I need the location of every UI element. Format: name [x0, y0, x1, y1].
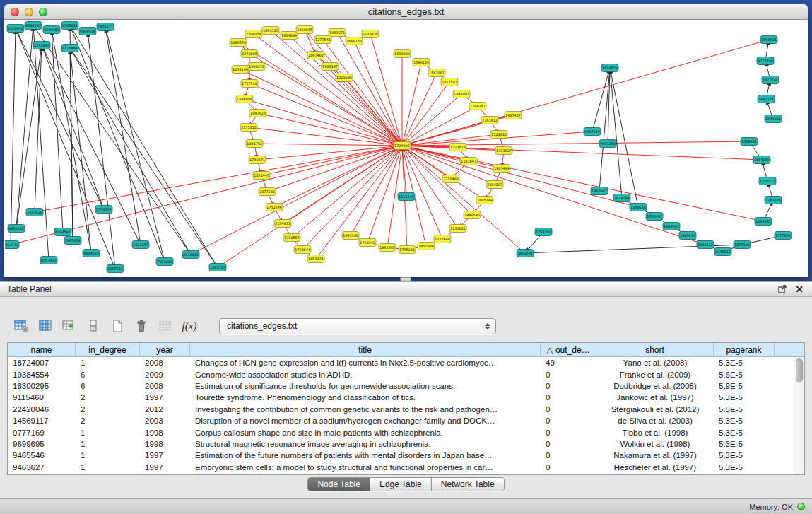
graph-edge[interactable]	[402, 73, 437, 146]
graph-node[interactable]: 1321610	[449, 144, 466, 151]
table-mode-button[interactable]	[11, 317, 31, 335]
column-header[interactable]: title	[190, 343, 541, 356]
graph-node[interactable]: 1752546	[266, 204, 283, 211]
graph-edge[interactable]	[33, 25, 191, 255]
graph-node[interactable]: 1104642	[755, 218, 772, 226]
tab-edge-table[interactable]: Edge Table	[370, 478, 432, 491]
graph-edge[interactable]	[402, 146, 472, 215]
graph-node[interactable]: 9046389	[43, 26, 60, 34]
graph-node[interactable]: 1643115	[765, 115, 782, 123]
graph-node[interactable]: 1863125	[262, 27, 279, 35]
graph-node[interactable]: 9223340	[757, 57, 774, 65]
column-header[interactable]: name	[8, 343, 76, 356]
graph-node[interactable]: 1763044	[294, 246, 311, 254]
tab-node-table[interactable]: Node Table	[308, 478, 370, 491]
table-row[interactable]: 1872400712008Changes of HCN gene express…	[8, 357, 804, 368]
graph-node[interactable]: 2206058	[245, 30, 262, 38]
graph-edge[interactable]	[271, 30, 402, 146]
column-header[interactable]: short	[596, 343, 714, 356]
graph-node[interactable]: 1084209	[753, 156, 770, 164]
tab-network-table[interactable]: Network Table	[432, 478, 504, 491]
graph-edge[interactable]	[610, 68, 638, 207]
column-header[interactable]: in_degree	[76, 343, 140, 356]
graph-node[interactable]: 9245012	[714, 248, 731, 256]
column-header[interactable]: △ out_de…	[541, 343, 596, 356]
column-header[interactable]: pagerank	[714, 343, 775, 356]
graph-node[interactable]: 1834009	[281, 32, 298, 40]
graph-edge[interactable]	[337, 33, 402, 146]
graph-node[interactable]: 2210466	[442, 175, 459, 183]
graph-node[interactable]: 1596155	[413, 59, 430, 66]
graph-node[interactable]: 8190591	[54, 228, 71, 236]
graph-node[interactable]: 9831305	[8, 225, 25, 233]
graph-node[interactable]: 1186327	[759, 177, 776, 185]
graph-edge[interactable]	[254, 144, 402, 146]
graph-node[interactable]: 1607427	[505, 112, 522, 119]
close-panel-icon[interactable]: ✕	[794, 284, 805, 295]
graph-node[interactable]: 2260835	[296, 26, 313, 34]
graph-node[interactable]: 1910554	[283, 234, 300, 242]
graph-node[interactable]: 9462742	[5, 241, 19, 249]
graph-node[interactable]: 2161612	[481, 117, 498, 124]
graph-node[interactable]: 5905014	[64, 237, 81, 245]
import-table-button[interactable]	[155, 317, 175, 335]
graph-node[interactable]: 2154031	[274, 220, 291, 228]
graph-edge[interactable]	[610, 68, 622, 198]
graph-node[interactable]: 1679199	[613, 194, 630, 202]
graph-node[interactable]: 1962305	[379, 244, 396, 252]
graph-edge[interactable]	[402, 94, 461, 146]
graph-edge[interactable]	[402, 146, 705, 245]
graph-node[interactable]: 1908172	[248, 63, 265, 71]
graph-edge[interactable]	[42, 45, 141, 245]
graph-node[interactable]: 2077541	[441, 78, 458, 86]
graph-node[interactable]: 1867402	[307, 52, 324, 59]
graph-node[interactable]: 1884301	[663, 223, 680, 230]
graph-node[interactable]: 9595011	[61, 22, 78, 30]
graph-node[interactable]: 2257513	[107, 265, 124, 273]
graph-node[interactable]: 1180628	[630, 204, 647, 211]
graph-node[interactable]: 8503413	[40, 257, 57, 264]
graph-node[interactable]: 1660020	[394, 50, 411, 58]
graph-node[interactable]: 1067947	[591, 187, 608, 195]
graph-node[interactable]: 1560724	[209, 264, 226, 271]
graph-node[interactable]: 1871031	[517, 250, 534, 257]
graph-node[interactable]: 1851447	[253, 172, 270, 180]
graph-node[interactable]: 1322085	[336, 74, 353, 82]
graph-node[interactable]: 1663271	[329, 29, 346, 37]
graph-node[interactable]: 1877320	[734, 241, 751, 249]
window-titlebar[interactable]: citations_edges.txt	[4, 4, 808, 20]
graph-node[interactable]: 1161627	[495, 147, 512, 155]
table-row[interactable]: 946362711997Embryonic stem cells: a mode…	[8, 462, 804, 473]
graph-node[interactable]: 1905147	[322, 63, 339, 71]
graph-node[interactable]: 1981752	[246, 140, 263, 148]
graph-node[interactable]: 1827744	[762, 76, 779, 84]
graph-node[interactable]: 1727510	[241, 80, 258, 88]
graph-node[interactable]: 1669750	[346, 37, 363, 45]
create-column-button[interactable]	[59, 317, 79, 335]
graph-node[interactable]: 1752342	[359, 239, 376, 247]
graph-node[interactable]: 1095014	[679, 232, 696, 240]
graph-node[interactable]: 2204097	[486, 181, 503, 189]
graph-node[interactable]: 1201035	[765, 197, 782, 204]
table-row[interactable]: 977716911998Corpus callosum shape and si…	[8, 426, 804, 438]
graph-edge[interactable]	[344, 78, 402, 146]
graph-edge[interactable]	[88, 31, 115, 269]
graph-node[interactable]: 2242004	[33, 42, 50, 49]
table-row[interactable]: 1456911722003Disruption of a novel membe…	[8, 415, 804, 426]
graph-node[interactable]: 2077232	[259, 188, 276, 196]
graph-node[interactable]: 1253021	[449, 225, 466, 233]
graph-node[interactable]: 1664679	[601, 64, 618, 72]
graph-node[interactable]: 9115460	[61, 45, 78, 52]
table-row[interactable]: 946554611997Estimation of the future num…	[8, 450, 804, 461]
graph-node[interactable]: 1935028	[26, 209, 43, 216]
graph-node[interactable]: 1853271	[307, 255, 324, 263]
network-table-selector[interactable]: citations_edges.txt	[219, 318, 496, 334]
table-scrollbar[interactable]	[794, 357, 804, 474]
graph-node[interactable]: 1677060	[775, 232, 792, 240]
create-row-button[interactable]	[83, 317, 103, 335]
graph-node[interactable]: 1943100	[342, 232, 359, 240]
graph-edge[interactable]	[240, 69, 402, 146]
new-file-button[interactable]	[107, 317, 127, 335]
graph-node[interactable]: 1121610	[490, 131, 507, 139]
graph-node[interactable]: 8906618	[79, 28, 96, 35]
